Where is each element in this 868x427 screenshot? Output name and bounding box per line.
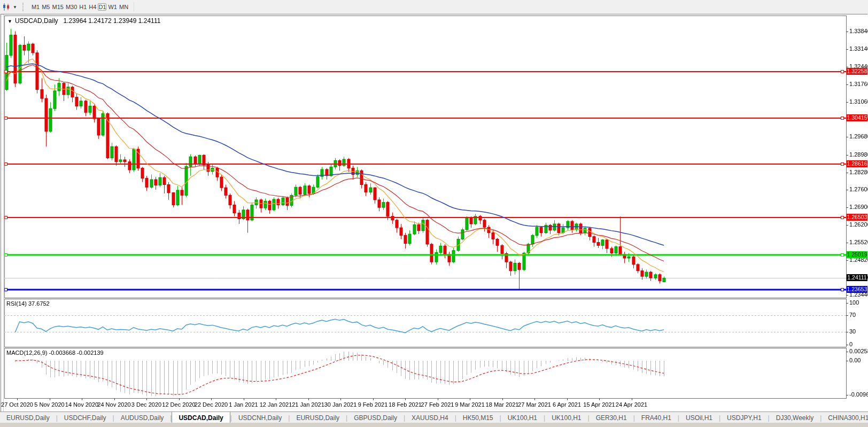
date-axis-label: 24 Nov 2020: [97, 401, 130, 408]
rsi-value: 37.6752: [28, 300, 50, 307]
rsi-axis-tick: 100: [849, 299, 859, 306]
chart-tab-eurusd-daily[interactable]: EURUSD,Daily: [290, 412, 346, 423]
chart-ohlc-values: 1.23964 1.24172 1.23949 1.24111: [64, 17, 161, 25]
rsi-axis-tick: 0: [849, 341, 852, 347]
chart-tab-usdcad-daily[interactable]: USDCAD,Daily: [172, 412, 230, 423]
price-axis-tick: 1.27600: [849, 186, 868, 192]
date-axis-label: 18 Feb 2021: [389, 401, 422, 408]
rsi-axis-tick: 30: [849, 328, 856, 335]
mt4-window: ▼ M1M5M15M30H1H4D1W1MN ▼USDCAD,Daily1.23…: [0, 0, 868, 427]
date-axis-label: 22 Dec 2020: [195, 401, 228, 408]
macd-axis-tick: 0.00258: [849, 348, 868, 354]
price-axis-tick: 1.25520: [849, 239, 868, 245]
resistance-price-label[interactable]: 1.28616: [847, 160, 867, 167]
date-axis-label: 27 Oct 2020: [1, 401, 33, 408]
chart-tab-audusd-daily[interactable]: AUDUSD,Daily: [114, 412, 170, 423]
chart-tab-xauusd-h4[interactable]: XAUUSD,H4: [405, 412, 455, 423]
rsi-axis-tick: 70: [849, 312, 856, 318]
macd-panel-title: MACD(12,26,9) -0.003668 -0.002139: [6, 350, 104, 356]
chart-symbol-label: USDCAD,Daily: [15, 17, 58, 25]
date-axis-label: 5 Nov 2020: [34, 401, 64, 408]
current-price-label: 1.24111: [847, 274, 867, 281]
chart-tab-hk50-m15[interactable]: HK50,M15: [456, 412, 500, 423]
date-axis-label: 6 Apr 2021: [553, 401, 581, 408]
window-bottom-edge: [0, 423, 868, 427]
resistance-price-label[interactable]: 1.26503: [847, 214, 867, 221]
macd-axis-tick: 0.00: [849, 357, 861, 363]
chart-tab-china300-h1[interactable]: CHINA300,H1: [821, 412, 868, 423]
chart-tab-dj30-weekly[interactable]: DJ30,Weekly: [770, 412, 820, 423]
price-axis-tick: 1.26200: [849, 221, 868, 228]
price-axis-tick: 1.31760: [849, 81, 868, 87]
price-axis-tick: 1.33140: [849, 45, 868, 52]
date-axis-label: 21 Jan 2021: [292, 401, 324, 408]
chart-tab-eurusd-daily[interactable]: EURUSD,Daily: [0, 412, 56, 423]
chart-tab-bar: EURUSD,Daily|USDCHF,Daily|AUDUSD,Daily|U…: [0, 412, 868, 423]
chart-tab-usdchf-daily[interactable]: USDCHF,Daily: [58, 412, 113, 423]
date-axis-label: 30 Jan 2021: [324, 401, 357, 408]
macd-values: -0.003668 -0.002139: [49, 350, 103, 356]
date-axis-label: 24 Apr 2021: [616, 401, 647, 408]
date-axis-label: 1 Jan 2021: [229, 401, 258, 408]
resistance-price-label[interactable]: 1.32258: [847, 68, 867, 75]
chart-tab-ger30-h1[interactable]: GER30,H1: [590, 412, 633, 423]
resistance-price-label[interactable]: 1.30415: [847, 114, 867, 121]
date-axis-label: 9 Mar 2021: [455, 401, 485, 408]
date-axis-label: 15 Apr 2021: [583, 401, 615, 408]
date-axis-label: 9 Feb 2021: [358, 401, 388, 408]
chart-tab-usdcnh-daily[interactable]: USDCNH,Daily: [232, 412, 288, 423]
date-axis-label: 12 Dec 2020: [162, 401, 195, 408]
chart-title: ▼USDCAD,Daily1.23964 1.24172 1.23949 1.2…: [7, 17, 160, 25]
rsi-label: RSI(14): [6, 300, 27, 307]
rsi-panel-title: RSI(14) 37.6752: [6, 300, 50, 307]
date-axis-label: 14 Nov 2020: [65, 401, 98, 408]
price-axis-tick: 1.33840: [849, 28, 868, 34]
support-price-label[interactable]: 1.25019: [847, 251, 867, 258]
date-axis-label: 18 Mar 2021: [486, 401, 519, 408]
chart-canvas[interactable]: [0, 0, 868, 427]
chart-tab-fra40-h1[interactable]: FRA40,H1: [635, 412, 678, 423]
chart-tab-uk100-h1[interactable]: UK100,H1: [545, 412, 587, 423]
price-axis-tick: 1.31060: [849, 98, 868, 105]
price-axis-tick: 1.28280: [849, 169, 868, 175]
chart-dropdown-icon[interactable]: ▼: [7, 19, 12, 24]
date-axis-label: 3 Dec 2020: [131, 401, 161, 408]
price-axis-tick: 1.28980: [849, 151, 868, 158]
date-axis-label: 12 Jan 2021: [260, 401, 292, 408]
price-axis-tick: 1.29680: [849, 133, 868, 139]
macd-axis-tick: -0.00968: [849, 391, 868, 398]
chart-tab-usdjpy-h1[interactable]: USDJPY,H1: [720, 412, 768, 423]
chart-tab-usoil-h1[interactable]: USOil,H1: [679, 412, 719, 423]
date-axis-label: 27 Feb 2021: [421, 401, 454, 408]
chart-tab-gbpusd-daily[interactable]: GBPUSD,Daily: [347, 412, 404, 423]
date-axis-label: 27 Mar 2021: [518, 401, 551, 408]
macd-label: MACD(12,26,9): [6, 350, 47, 356]
price-axis-tick: 1.26900: [849, 204, 868, 210]
support-price-label[interactable]: 1.23653: [847, 286, 867, 293]
chart-tab-uk100-h1[interactable]: UK100,H1: [501, 412, 544, 423]
